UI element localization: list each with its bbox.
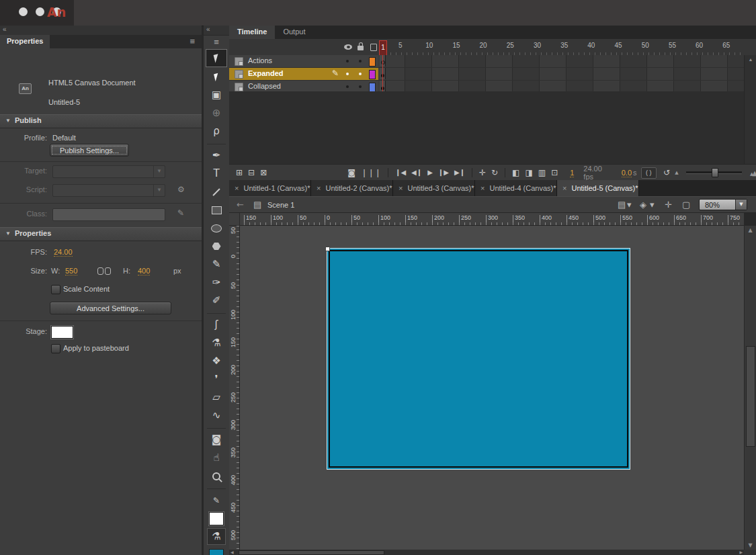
eyedropper-tool[interactable]: ❜ [206, 372, 226, 387]
text-tool[interactable]: T [206, 166, 226, 181]
show-layer-depth-icon[interactable]: ❘❘❘ [361, 169, 381, 177]
line-tool[interactable] [206, 184, 226, 200]
lock-all-layers-icon[interactable] [358, 46, 364, 50]
rectangle-tool[interactable] [206, 202, 226, 218]
reset-timeline-zoom-icon[interactable]: ↺ [663, 169, 670, 177]
playhead[interactable]: 1 [379, 40, 387, 56]
close-tab-icon[interactable] [235, 184, 239, 192]
scroll-up-icon[interactable]: ▲ [745, 227, 756, 233]
scene-name[interactable]: Scene 1 [267, 201, 294, 209]
edit-symbols-icon[interactable]: ◈ [640, 200, 646, 210]
close-tab-icon[interactable] [317, 184, 321, 192]
horizontal-scrollbar[interactable]: ◀ ▶ [229, 550, 744, 555]
edit-scene-icon[interactable]: ▤ [618, 200, 626, 210]
scroll-down-icon[interactable]: ▼ [745, 542, 756, 548]
camera-tool[interactable]: ◙ [206, 432, 226, 447]
fps-value[interactable]: 24.00 [54, 248, 73, 257]
vertical-scroll-thumb[interactable] [746, 346, 755, 447]
elapsed-time-value[interactable]: 0.0 [622, 169, 632, 177]
stage-color-swatch[interactable] [51, 326, 73, 339]
bone-tool[interactable]: ʃ [206, 317, 226, 333]
oval-tool[interactable] [206, 220, 226, 236]
width-tool[interactable]: ∿ [206, 408, 226, 423]
timeline-layer-row[interactable]: Actions [229, 55, 756, 68]
layer-info[interactable]: Actions [229, 55, 378, 67]
delete-layer-icon[interactable]: ⊠ [260, 169, 267, 177]
layer-visibility-dot[interactable] [346, 85, 349, 88]
layer-visibility-dot[interactable] [346, 60, 349, 62]
zoom-in-frames-icon[interactable]: ▲▲ [750, 169, 756, 177]
scroll-left-icon[interactable]: ◀ [230, 550, 234, 554]
pen-tool[interactable]: ✒ [206, 148, 226, 163]
eraser-tool[interactable]: ▱ [206, 390, 226, 405]
edit-multiple-frames-icon[interactable]: ▥ [538, 169, 546, 177]
onion-skin-icon[interactable]: ◧ [512, 169, 519, 177]
play-icon[interactable]: ▶ [427, 169, 433, 176]
properties-section-header[interactable]: ▼Properties [0, 227, 202, 241]
height-value[interactable]: 400 [138, 267, 150, 275]
divider[interactable] [207, 488, 226, 489]
collapse-toolbar-icon[interactable]: « [206, 26, 210, 33]
divider[interactable] [207, 428, 226, 429]
document-tab[interactable]: Untitled-3 (Canvas)* [393, 180, 475, 196]
layer-color-swatch[interactable] [369, 83, 376, 92]
close-tab-icon[interactable] [480, 184, 485, 192]
close-tab-icon[interactable] [398, 184, 403, 192]
zoom-tool[interactable] [206, 468, 226, 484]
lasso-tool[interactable]: ρ [206, 124, 226, 139]
timeline-scrollbar[interactable]: ▲ [744, 55, 756, 166]
zoom-dropdown-arrow-icon[interactable]: ▼ [735, 200, 747, 210]
free-transform-tool[interactable]: ▣ [206, 87, 226, 103]
add-camera-icon[interactable]: ◙ [347, 169, 355, 177]
scale-content-checkbox[interactable] [51, 285, 60, 294]
edit-scene-arrow-icon[interactable]: ▾ [627, 200, 632, 210]
document-tab[interactable]: Untitled-1 (Canvas)* [229, 180, 311, 196]
step-back-icon[interactable]: ◀❙ [411, 169, 422, 176]
layer-frames-track[interactable] [378, 68, 756, 80]
vertical-scrollbar[interactable]: ▲ ▼ [744, 226, 756, 550]
layer-name[interactable]: Collapsed [248, 82, 281, 90]
stage-zoom-select[interactable]: 80% ▼ [699, 199, 747, 210]
document-tab[interactable]: Untitled-5 (Canvas)* [557, 180, 639, 196]
brush-tool[interactable]: ✑ [206, 275, 226, 290]
go-to-last-frame-icon[interactable]: ▶❙ [454, 169, 465, 176]
divider[interactable] [207, 313, 226, 314]
fill-color-swatch[interactable] [206, 547, 226, 555]
divider[interactable] [207, 144, 226, 144]
layer-visibility-dot[interactable] [346, 73, 349, 75]
layer-info[interactable]: Expanded [229, 68, 378, 80]
layer-lock-dot[interactable] [359, 60, 362, 62]
scroll-right-icon[interactable]: ▶ [739, 550, 743, 554]
fill-color-bucket-icon[interactable]: ⚗ [208, 529, 225, 544]
back-arrow-icon[interactable]: ← [237, 200, 244, 210]
layer-name[interactable]: Expanded [248, 69, 284, 77]
hand-tool[interactable]: ☝ [206, 450, 226, 466]
collapse-panel-icon[interactable]: « [3, 26, 6, 33]
outline-all-layers-icon[interactable] [370, 44, 377, 51]
class-edit-pencil-icon[interactable]: ✎ [177, 208, 184, 218]
clip-content-outside-stage-icon[interactable]: ▢ [682, 200, 690, 210]
stroke-color-swatch[interactable] [206, 511, 226, 526]
current-frame-value[interactable]: 1 [570, 169, 574, 177]
new-folder-icon[interactable]: ⊟ [248, 169, 255, 177]
show-hide-all-layers-icon[interactable] [344, 44, 352, 50]
advanced-settings-button[interactable]: Advanced Settings... [50, 302, 171, 314]
paint-brush-tool[interactable]: ✐ [206, 293, 226, 308]
stroke-color-pencil-icon[interactable]: ✎ [206, 493, 226, 508]
publish-section-header[interactable]: ▼Publish [0, 114, 202, 128]
stage-pasteboard[interactable] [240, 226, 744, 550]
pencil-tool[interactable]: ✎ [206, 257, 226, 272]
frame-rate-value[interactable]: 24.00 fps [583, 165, 613, 181]
panel-menu-icon[interactable]: ≡ [190, 36, 195, 46]
close-button[interactable] [19, 7, 28, 16]
frame-size-slider[interactable] [686, 171, 742, 174]
layer-color-swatch[interactable] [369, 70, 376, 79]
3d-rotation-tool[interactable]: ⊕ [206, 105, 226, 121]
paint-bucket-tool[interactable]: ⚗ [206, 335, 226, 351]
loop-range-button[interactable]: ( ) [641, 167, 657, 179]
link-width-height-icon[interactable] [97, 267, 111, 275]
center-stage-icon[interactable]: ✛ [665, 200, 672, 210]
slider-thumb[interactable] [712, 168, 718, 177]
layer-color-swatch[interactable] [369, 57, 376, 67]
loop-icon[interactable]: ↻ [491, 169, 498, 177]
